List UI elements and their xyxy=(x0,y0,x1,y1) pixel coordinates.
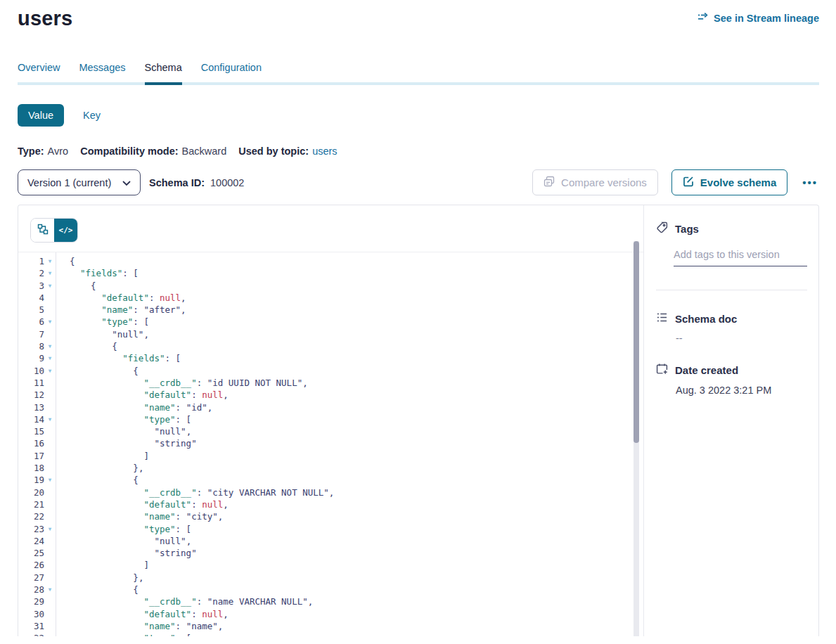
line-number: 29 xyxy=(18,595,44,607)
code-line-5: 5"name": "after", xyxy=(18,304,643,316)
date-created-heading-row: Date created xyxy=(656,363,807,377)
code-text: "type": [ xyxy=(56,413,191,425)
version-select[interactable]: Version 1 (current) xyxy=(18,169,141,195)
line-number: 26 xyxy=(18,559,44,571)
code-line-13: 13"name": "id", xyxy=(18,401,643,413)
add-tags-input[interactable] xyxy=(674,249,807,266)
line-number: 17 xyxy=(18,450,44,462)
line-number: 11 xyxy=(18,377,44,389)
tree-view-button[interactable] xyxy=(31,219,54,242)
code-line-24: 24"null", xyxy=(18,535,643,547)
fold-spacer xyxy=(44,450,56,462)
fold-arrow-icon[interactable]: ▼ xyxy=(44,584,56,595)
code-text: { xyxy=(56,340,117,352)
fold-spacer xyxy=(44,620,56,632)
fold-spacer xyxy=(44,462,56,474)
meta-value: Avro xyxy=(48,146,69,157)
code-view-icon: </> xyxy=(59,226,73,235)
fold-spacer xyxy=(44,304,56,316)
date-created-section: Date created Aug. 3 2022 3:21 PM xyxy=(656,363,807,396)
tab-configuration[interactable]: Configuration xyxy=(201,62,262,82)
version-select-value: Version 1 (current) xyxy=(27,177,111,188)
tab-schema[interactable]: Schema xyxy=(145,62,182,82)
fold-arrow-icon[interactable]: ▼ xyxy=(44,474,56,486)
code-line-11: 11"__crdb__": "id UUID NOT NULL", xyxy=(18,377,643,389)
code-text: "fields": [ xyxy=(56,352,181,364)
fold-arrow-icon[interactable]: ▼ xyxy=(44,413,56,425)
line-number: 6 xyxy=(18,316,44,328)
meta-value-link[interactable]: users xyxy=(312,146,337,157)
schema-code-panel: </> 1▼{2▼"fields": [3▼{4"default": null,… xyxy=(18,205,643,636)
version-bar: Version 1 (current) Schema ID: 100002 xyxy=(18,169,819,195)
code-line-10: 10▼{ xyxy=(18,365,643,377)
line-number: 24 xyxy=(18,535,44,547)
schema-code-editor[interactable]: 1▼{2▼"fields": [3▼{4"default": null,5"na… xyxy=(18,252,643,636)
fold-spacer xyxy=(44,389,56,401)
value-tab-button[interactable]: Value xyxy=(18,104,64,127)
code-text: { xyxy=(56,255,75,267)
line-number: 27 xyxy=(18,572,44,584)
line-number: 5 xyxy=(18,304,44,316)
code-line-29: 29"__crdb__": "name VARCHAR NULL", xyxy=(18,595,643,607)
meta-item-0: Type:Avro xyxy=(18,146,68,157)
fold-arrow-icon[interactable]: ▼ xyxy=(44,316,56,328)
meta-label: Used by topic: xyxy=(238,146,309,157)
code-line-12: 12"default": null, xyxy=(18,389,643,401)
code-text: "string" xyxy=(56,547,197,559)
code-text: "name": "city", xyxy=(56,510,223,522)
line-number: 31 xyxy=(18,620,44,632)
schema-meta-row: Type:AvroCompatibility mode:BackwardUsed… xyxy=(18,146,819,157)
line-number: 21 xyxy=(18,498,44,510)
fold-arrow-icon[interactable]: ▼ xyxy=(44,632,56,636)
version-actions: Compare versions Evolve schema ••• xyxy=(532,169,819,195)
line-number: 23 xyxy=(18,523,44,535)
code-text: "__crdb__": "id UUID NOT NULL", xyxy=(56,377,308,389)
fold-arrow-icon[interactable]: ▼ xyxy=(44,280,56,292)
code-text: "__crdb__": "city VARCHAR NOT NULL", xyxy=(56,487,334,498)
key-tab-button[interactable]: Key xyxy=(83,110,101,121)
line-number: 18 xyxy=(18,462,44,474)
code-line-27: 27}, xyxy=(18,572,643,584)
fold-arrow-icon[interactable]: ▼ xyxy=(44,352,56,364)
evolve-schema-button[interactable]: Evolve schema xyxy=(671,169,787,195)
code-text: "default": null, xyxy=(56,608,229,620)
fold-arrow-icon[interactable]: ▼ xyxy=(44,365,56,377)
editor-scrollbar-track[interactable] xyxy=(634,241,639,636)
code-text: { xyxy=(56,474,139,486)
editor-view-toggle: </> xyxy=(30,218,78,243)
fold-arrow-icon[interactable]: ▼ xyxy=(44,340,56,352)
tab-overview[interactable]: Overview xyxy=(18,62,60,82)
code-line-30: 30"default": null, xyxy=(18,608,643,620)
tab-messages[interactable]: Messages xyxy=(79,62,125,82)
line-number: 22 xyxy=(18,510,44,522)
code-text: }, xyxy=(56,572,143,584)
schema-panel: </> 1▼{2▼"fields": [3▼{4"default": null,… xyxy=(18,205,819,636)
line-number: 14 xyxy=(18,413,44,425)
meta-item-1: Compatibility mode:Backward xyxy=(80,146,226,157)
more-actions-button[interactable]: ••• xyxy=(801,174,819,191)
editor-scrollbar-thumb[interactable] xyxy=(634,241,639,443)
fold-spacer xyxy=(44,437,56,449)
code-line-25: 25"string" xyxy=(18,547,643,559)
compare-versions-label: Compare versions xyxy=(561,176,647,188)
fold-arrow-icon[interactable]: ▼ xyxy=(44,255,56,267)
fold-arrow-icon[interactable]: ▼ xyxy=(44,267,56,279)
tags-heading-row: Tags xyxy=(656,221,807,236)
code-line-21: 21"default": null, xyxy=(18,498,643,510)
code-line-28: 28▼{ xyxy=(18,584,643,595)
code-line-19: 19▼{ xyxy=(18,474,643,486)
code-line-3: 3▼{ xyxy=(18,280,643,292)
fold-arrow-icon[interactable]: ▼ xyxy=(44,523,56,535)
fold-spacer xyxy=(44,510,56,522)
code-line-23: 23▼"type": [ xyxy=(18,523,643,535)
see-in-stream-lineage-link[interactable]: See in Stream lineage xyxy=(697,11,819,25)
fold-spacer xyxy=(44,595,56,607)
code-text: ] xyxy=(56,559,149,571)
code-line-26: 26] xyxy=(18,559,643,571)
fold-spacer xyxy=(44,487,56,498)
code-text: "null", xyxy=(56,425,191,437)
schema-sidebar: Tags Schema doc -- xyxy=(643,205,818,636)
code-text: ] xyxy=(56,450,149,462)
tab-bar: OverviewMessagesSchemaConfiguration xyxy=(18,62,819,85)
code-view-button[interactable]: </> xyxy=(54,219,77,242)
